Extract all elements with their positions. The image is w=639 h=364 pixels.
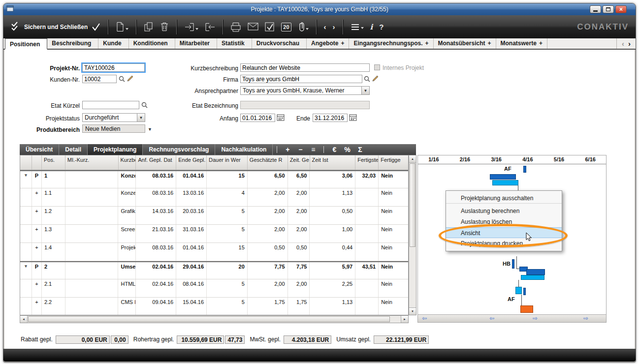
gantt-bar[interactable] <box>492 180 518 185</box>
sub-tab-tool-button[interactable]: % <box>341 146 353 153</box>
previous-record-button[interactable]: ‹ <box>323 21 327 33</box>
tabs-scroll-left[interactable]: ‹ <box>622 40 624 47</box>
gantt-scroll-right-icon[interactable]: ⇨ <box>583 315 588 322</box>
column-header[interactable]: Pos. <box>42 155 65 170</box>
print-button[interactable] <box>229 21 242 33</box>
main-tab[interactable]: Angebote+ <box>307 38 349 49</box>
main-tab[interactable]: Monatswerte+ <box>496 38 547 49</box>
projekt-nr-input[interactable] <box>82 63 145 72</box>
sub-tab[interactable]: Detail <box>59 144 88 155</box>
ansprechpartner-select[interactable]: Toys are yours GmbH, Krause, Werner ▼ <box>240 86 370 95</box>
task-button[interactable] <box>264 21 276 33</box>
sub-tab[interactable]: Übersicht <box>20 144 59 155</box>
search-icon[interactable] <box>119 76 125 84</box>
table-row[interactable]: + 1.4 Projek 08.03.16 01.04.16 15 0,50 0… <box>20 243 408 261</box>
attachment-button[interactable] <box>297 21 310 33</box>
gantt-milestone-marker[interactable] <box>523 166 526 173</box>
scroll-left-button[interactable]: ◄ <box>20 316 28 323</box>
column-header[interactable] <box>32 155 42 170</box>
sub-tab[interactable]: Nachkalkulation <box>215 144 273 155</box>
column-header[interactable]: Kurzbe <box>119 155 136 170</box>
kunden-nr-input[interactable] <box>82 75 117 83</box>
table-row[interactable]: + 1.1 Konzep 08.03.16 13.03.16 4 2,00 2,… <box>20 188 408 207</box>
menu-button[interactable] <box>350 22 365 32</box>
sub-tab-tool-button[interactable]: Σ <box>353 146 366 153</box>
import-button[interactable] <box>183 21 199 33</box>
delete-button[interactable] <box>159 21 170 33</box>
gantt-scrollbar[interactable]: ⇦ ⇦ ⇨ ⇨ <box>418 314 606 322</box>
kurzbeschreibung-input[interactable] <box>240 63 370 72</box>
help-button[interactable]: ? <box>378 21 384 33</box>
firma-input[interactable] <box>240 75 362 83</box>
column-header[interactable]: Zeit Ist <box>310 155 356 170</box>
next-record-button[interactable]: › <box>332 21 336 33</box>
export-button[interactable] <box>204 21 216 33</box>
vertical-scroll-thumb[interactable] <box>410 163 415 247</box>
search-icon[interactable] <box>141 102 148 110</box>
gantt-milestone-marker[interactable] <box>512 259 514 269</box>
scroll-up-button[interactable]: ▲ <box>409 155 416 163</box>
table-row[interactable]: + 1.2 Grafik 14.03.16 20.03.16 5 2,00 2,… <box>20 207 408 225</box>
column-header[interactable]: MI.-Kurz. <box>65 155 119 170</box>
gantt-bar[interactable] <box>521 275 544 280</box>
sub-tab-tool-button[interactable] <box>277 146 277 153</box>
internes-projekt-checkbox[interactable] <box>374 64 380 70</box>
gantt-bar[interactable] <box>515 287 522 294</box>
main-tab[interactable]: Mitarbeiter <box>175 38 217 49</box>
main-tab[interactable]: Konditionen <box>129 38 175 49</box>
context-menu-item[interactable]: Auslastung berechnen <box>446 206 562 216</box>
popup-arrow-icon[interactable]: ▼ <box>148 127 152 132</box>
email-button[interactable] <box>247 22 259 32</box>
main-tab[interactable]: Beschreibung <box>47 38 98 49</box>
new-record-button[interactable] <box>115 21 129 33</box>
column-header[interactable]: Dauer in Wer <box>207 155 248 170</box>
projektstatus-select[interactable]: Durchgeführt ▼ <box>82 113 145 122</box>
gantt-bar[interactable] <box>520 305 533 313</box>
sub-tab-tool-button[interactable]: € <box>328 146 341 153</box>
column-header[interactable]: Ende Gepl. <box>176 155 207 170</box>
maximize-button[interactable] <box>603 5 614 13</box>
row-expander-icon[interactable] <box>20 188 32 206</box>
main-tab[interactable]: Eingangsrechnungspos.+ <box>349 38 433 49</box>
horizontal-scroll-thumb[interactable] <box>28 316 390 322</box>
table-row[interactable]: ▾ P 1 Konze 08.03.16 01.04.16 15 6,50 6,… <box>20 170 408 188</box>
produktbereich-popup[interactable]: Neue Medien <box>82 124 145 133</box>
table-horizontal-scrollbar[interactable]: ◄ ► <box>20 315 409 323</box>
sub-tab-tool-button[interactable] <box>323 146 324 153</box>
main-tab[interactable]: Monatsübersicht+ <box>434 38 496 49</box>
tabs-scroll-right[interactable]: › <box>628 40 631 47</box>
gantt-scroll-right-icon[interactable]: ⇨ <box>533 315 538 322</box>
main-tab[interactable]: Druckvorschau <box>252 38 307 49</box>
edit-pencil-icon[interactable] <box>372 75 379 83</box>
main-tab[interactable]: Positionen <box>5 38 47 50</box>
row-expander-icon[interactable] <box>20 298 32 315</box>
close-button[interactable]: × <box>615 5 627 13</box>
context-menu-item[interactable]: Projektplanung ausschalten <box>446 193 562 204</box>
search-icon[interactable] <box>364 76 370 84</box>
minimize-button[interactable] <box>590 5 601 13</box>
table-row[interactable]: + 1.3 Screen 21.03.16 31.03.16 5 2,00 2,… <box>20 225 408 243</box>
row-expander-icon[interactable] <box>20 225 32 243</box>
gantt-scroll-left-icon[interactable]: ⇦ <box>489 315 494 322</box>
save-close-button[interactable]: Sichern und Schließen <box>10 21 101 33</box>
gantt-scroll-left-icon[interactable]: ⇦ <box>422 315 427 322</box>
main-tab[interactable]: Statistik <box>217 38 252 49</box>
info-button[interactable]: i <box>369 21 374 33</box>
calendar-icon[interactable] <box>349 114 357 122</box>
ende-input[interactable] <box>313 114 348 122</box>
gantt-bar[interactable] <box>490 174 516 180</box>
calendar-icon[interactable] <box>277 114 285 122</box>
gantt-milestone-marker[interactable] <box>523 288 526 295</box>
sub-tab-tool-button[interactable]: + <box>281 146 294 153</box>
record-count-button[interactable]: 20 <box>280 22 292 32</box>
table-row[interactable]: + 2.2 CMS I 09.04.16 15.04.16 5 1,75 1,7… <box>20 298 408 315</box>
sub-tab[interactable]: Rechnungsvorschlag <box>143 144 215 155</box>
main-tab[interactable]: Kunde <box>98 38 128 49</box>
row-expander-icon[interactable] <box>20 243 32 261</box>
sub-tab-tool-button[interactable]: − <box>294 146 307 153</box>
table-row[interactable]: + 2.1 HTML/ 02.04.16 08.04.16 5 2,00 2,0… <box>20 279 408 298</box>
column-header[interactable]: Anf. Gepl. Dat <box>136 155 176 170</box>
row-expander-icon[interactable]: ▾ <box>20 171 32 188</box>
column-header[interactable]: Geschätzte R <box>248 155 288 170</box>
scroll-right-button[interactable]: ► <box>401 316 408 323</box>
